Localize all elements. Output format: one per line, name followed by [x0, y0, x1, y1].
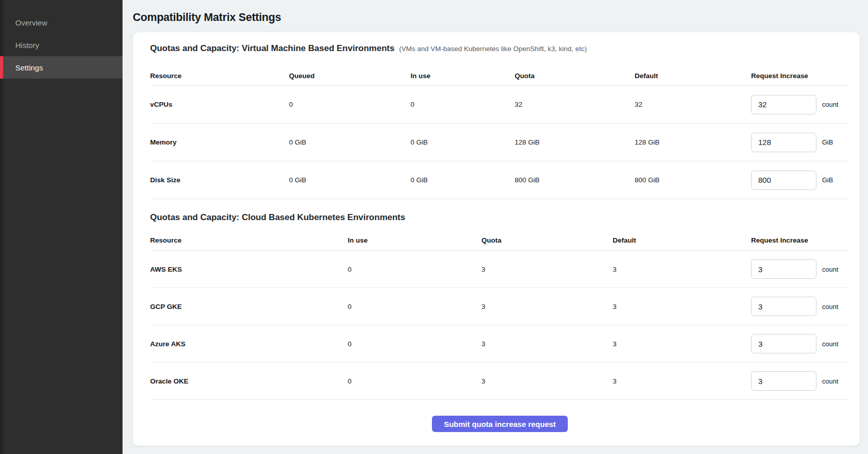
cell-quota: 800 GiB: [515, 176, 635, 184]
cell-queued: 0: [289, 101, 411, 108]
vm-section-title: Quotas and Capacity: Virtual Machine Bas…: [150, 43, 395, 54]
cell-resource: AWS EKS: [150, 266, 348, 273]
quota-input-aws-eks[interactable]: [751, 259, 816, 279]
cell-resource: Oracle OKE: [150, 377, 348, 385]
cell-request-increase: count: [751, 95, 850, 114]
table-row-vcpus: vCPUs 0 0 32 32 count: [150, 86, 850, 124]
cell-default: 3: [613, 303, 751, 310]
vm-table-header: Resource Queued In use Quota Default Req…: [150, 66, 850, 86]
cell-in-use: 0: [348, 266, 481, 273]
sidebar-item-history[interactable]: History: [0, 34, 123, 56]
cloud-section-title: Quotas and Capacity: Cloud Based Kuberne…: [150, 212, 405, 223]
cell-in-use: 0 GiB: [411, 138, 515, 146]
cell-resource: Disk Size: [150, 176, 289, 184]
quota-input-vcpus[interactable]: [751, 95, 816, 114]
cell-quota: 3: [481, 377, 613, 385]
unit-label: count: [822, 101, 838, 108]
table-row-disk-size: Disk Size 0 GiB 0 GiB 800 GiB 800 GiB Gi…: [150, 161, 850, 199]
unit-label: count: [822, 303, 838, 310]
cell-resource: Memory: [150, 138, 289, 146]
cell-resource: GCP GKE: [150, 303, 348, 310]
cell-default: 3: [613, 340, 751, 348]
column-header-quota: Quota: [481, 236, 613, 244]
main-content: Compatibility Matrix Settings Quotas and…: [123, 0, 868, 454]
column-header-quota: Quota: [515, 72, 635, 80]
cloud-table-header: Resource In use Quota Default Request In…: [150, 230, 850, 251]
table-row-azure-aks: Azure AKS 0 3 3 count: [150, 325, 850, 363]
cell-request-increase: count: [751, 297, 850, 316]
column-header-request-increase: Request Increase: [751, 72, 850, 80]
sidebar-item-label: Settings: [15, 63, 43, 72]
column-header-default: Default: [613, 236, 751, 244]
column-header-in-use: In use: [411, 72, 515, 80]
sidebar: Overview History Settings: [0, 0, 123, 454]
unit-label: count: [822, 340, 838, 348]
vm-section-heading: Quotas and Capacity: Virtual Machine Bas…: [150, 43, 850, 54]
cell-quota: 32: [515, 101, 635, 108]
cell-quota: 3: [481, 303, 613, 310]
table-row-aws-eks: AWS EKS 0 3 3 count: [150, 251, 850, 288]
page-title: Compatibility Matrix Settings: [133, 11, 860, 24]
cell-quota: 128 GiB: [515, 138, 635, 146]
sidebar-item-settings[interactable]: Settings: [0, 56, 123, 79]
quota-input-oracle-oke[interactable]: [751, 371, 816, 391]
unit-label: count: [822, 266, 838, 273]
sidebar-item-label: Overview: [15, 18, 47, 27]
table-row-gcp-gke: GCP GKE 0 3 3 count: [150, 288, 850, 325]
column-header-request-increase: Request Increase: [751, 236, 850, 244]
cell-in-use: 0 GiB: [411, 176, 515, 184]
cell-in-use: 0: [348, 377, 481, 385]
settings-card: Quotas and Capacity: Virtual Machine Bas…: [133, 32, 860, 446]
unit-label: GiB: [822, 138, 833, 146]
quota-input-memory[interactable]: [751, 133, 816, 152]
cell-in-use: 0: [411, 101, 515, 108]
submit-quota-increase-button[interactable]: Submit quota increase request: [432, 416, 567, 432]
cell-resource: Azure AKS: [150, 340, 348, 348]
unit-label: GiB: [822, 176, 833, 184]
cell-resource: vCPUs: [150, 101, 289, 108]
cell-request-increase: GiB: [751, 171, 850, 190]
cell-default: 3: [613, 377, 751, 385]
app-window: Overview History Settings Compatibility …: [0, 0, 868, 454]
column-header-resource: Resource: [150, 236, 348, 244]
cell-default: 128 GiB: [635, 138, 751, 146]
cloud-section-heading: Quotas and Capacity: Cloud Based Kuberne…: [150, 212, 850, 223]
quota-input-azure-aks[interactable]: [751, 334, 816, 353]
table-row-oracle-oke: Oracle OKE 0 3 3 count: [150, 363, 850, 400]
cell-quota: 3: [481, 340, 613, 348]
sidebar-item-overview[interactable]: Overview: [0, 11, 123, 34]
cell-request-increase: count: [751, 259, 850, 279]
cell-request-increase: GiB: [751, 133, 850, 152]
quota-input-disk-size[interactable]: [751, 171, 816, 190]
table-row-memory: Memory 0 GiB 0 GiB 128 GiB 128 GiB GiB: [150, 124, 850, 161]
cell-quota: 3: [481, 266, 613, 273]
column-header-in-use: In use: [348, 236, 481, 244]
vm-section-subtitle: (VMs and VM-based Kubernetes like OpenSh…: [399, 45, 587, 53]
cell-request-increase: count: [751, 334, 850, 353]
unit-label: count: [822, 377, 838, 385]
quota-input-gcp-gke[interactable]: [751, 297, 816, 316]
column-header-resource: Resource: [150, 72, 289, 80]
cell-request-increase: count: [751, 371, 850, 391]
cell-default: 3: [613, 266, 751, 273]
sidebar-item-label: History: [15, 41, 39, 50]
cell-queued: 0 GiB: [289, 138, 411, 146]
column-header-default: Default: [635, 72, 751, 80]
column-header-queued: Queued: [289, 72, 411, 80]
cell-in-use: 0: [348, 340, 481, 348]
cell-queued: 0 GiB: [289, 176, 411, 184]
cell-in-use: 0: [348, 303, 481, 310]
cell-default: 32: [635, 101, 751, 108]
cell-default: 800 GiB: [635, 176, 751, 184]
